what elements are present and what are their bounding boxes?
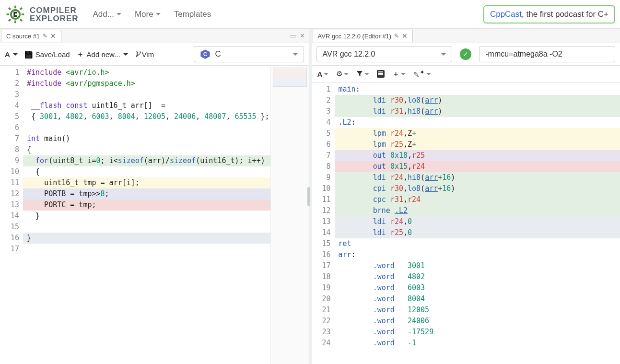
save-button[interactable]: Save/Load (24, 50, 70, 59)
menu-more[interactable]: More (135, 10, 161, 19)
chevron-down-icon (441, 53, 446, 56)
asm-code[interactable]: main: ldi r30,lo8(arr) ldi r31,hi8(arr).… (335, 82, 620, 364)
filter-button[interactable] (356, 70, 369, 77)
editor-pane: C source #1 ✎ ✕ ▭ ✕ A Save/Load ＋Add new… (0, 29, 312, 364)
minimap-thumb (273, 68, 307, 87)
source-editor[interactable]: 1234567891011121314151617 #include <avr/… (0, 66, 309, 364)
svg-text:C: C (203, 51, 207, 57)
language-label: C (215, 49, 221, 59)
tools-button[interactable]: ✎✦ (413, 69, 431, 79)
tab-source[interactable]: C source #1 ✎ ✕ (1, 30, 61, 42)
pencil-icon[interactable]: ✎ (43, 33, 47, 39)
chevron-down-icon (364, 73, 369, 75)
chevron-down-icon (293, 53, 298, 56)
chevron-down-icon (123, 53, 128, 56)
chevron-down-icon (156, 13, 161, 15)
minimap[interactable] (270, 66, 309, 364)
chevron-down-icon (324, 73, 328, 75)
maximize-icon[interactable]: ▭ (290, 32, 296, 39)
vim-button[interactable]: 𝓥Vim (135, 50, 154, 59)
topbar: COMPILER EXPLORER Add... More Templates … (0, 0, 620, 29)
pencil-icon[interactable]: ✎ (394, 33, 399, 39)
add-output-button[interactable]: ＋ (392, 70, 406, 79)
sponsor-banner[interactable]: CppCast, the first podcast for C+ (483, 5, 615, 23)
status-ok-icon: ✓ (460, 48, 471, 60)
wand-icon: ✎✦ (413, 69, 425, 79)
libraries-button[interactable] (377, 70, 385, 78)
font-button[interactable]: A (5, 50, 18, 59)
logo-text: COMPILER EXPLORER (30, 6, 79, 23)
chevron-down-icon (426, 73, 431, 75)
c-lang-icon: C (200, 49, 211, 59)
flags-text: -mmcu=atmega8a -O2 (485, 50, 562, 59)
svg-point-0 (11, 10, 20, 18)
top-menu: Add... More Templates (93, 10, 211, 19)
source-code[interactable]: #include <avr/io.h>#include <avr/pgmspac… (23, 66, 270, 364)
font-button[interactable]: A (317, 70, 329, 78)
gear-icon (5, 4, 26, 25)
editor-tabbar: C source #1 ✎ ✕ ▭ ✕ (0, 29, 309, 43)
menu-add[interactable]: Add... (93, 10, 121, 19)
chevron-down-icon (344, 73, 349, 75)
editor-toolbar: A Save/Load ＋Add new... 𝓥Vim C C (0, 43, 309, 66)
close-icon[interactable]: ✕ (50, 32, 56, 40)
compiler-pane: AVR gcc 12.2.0 (Editor #1) ✎ ✕ AVR gcc 1… (312, 29, 620, 364)
add-new-button[interactable]: ＋Add new... (77, 50, 128, 59)
close-icon[interactable]: ✕ (402, 32, 408, 40)
vim-icon: 𝓥 (135, 50, 139, 59)
resize-handle[interactable] (307, 187, 310, 206)
compiler-select[interactable]: AVR gcc 12.2.0 (316, 46, 453, 62)
sponsor-text: , the first podcast for C+ (522, 10, 608, 19)
tab-compiler[interactable]: AVR gcc 12.2.0 (Editor #1) ✎ ✕ (313, 30, 413, 42)
compiler-header: AVR gcc 12.2.0 ✓ -mmcu=atmega8a -O2 (312, 43, 620, 66)
asm-toolbar: A ⚙ ＋ ✎✦ (312, 66, 620, 82)
book-icon (377, 70, 385, 78)
menu-templates[interactable]: Templates (174, 10, 211, 19)
compiler-tabbar: AVR gcc 12.2.0 (Editor #1) ✎ ✕ (312, 29, 620, 43)
save-icon (24, 50, 33, 59)
line-gutter: 1234567891011121314151617 (0, 66, 23, 364)
language-select[interactable]: C C (194, 46, 304, 62)
chevron-down-icon (117, 13, 121, 15)
chevron-down-icon (13, 53, 18, 56)
settings-button[interactable]: ⚙ (336, 70, 349, 78)
asm-editor[interactable]: 123456789101112131415161718192021222324 … (312, 82, 620, 364)
main-layout: C source #1 ✎ ✕ ▭ ✕ A Save/Load ＋Add new… (0, 29, 620, 364)
compiler-label: AVR gcc 12.2.0 (323, 50, 375, 59)
tab-label: AVR gcc 12.2.0 (Editor #1) (318, 33, 392, 40)
gear-icon: ⚙ (336, 70, 342, 78)
compiler-flags-input[interactable]: -mmcu=atmega8a -O2 (479, 46, 615, 62)
line-gutter: 123456789101112131415161718192021222324 (312, 82, 335, 364)
funnel-icon (356, 70, 363, 77)
sponsor-link[interactable]: CppCast (490, 10, 522, 19)
tab-label: C source #1 (6, 33, 40, 40)
chevron-down-icon (401, 73, 406, 75)
logo[interactable]: COMPILER EXPLORER (5, 4, 79, 25)
close-pane-icon[interactable]: ✕ (300, 32, 305, 39)
